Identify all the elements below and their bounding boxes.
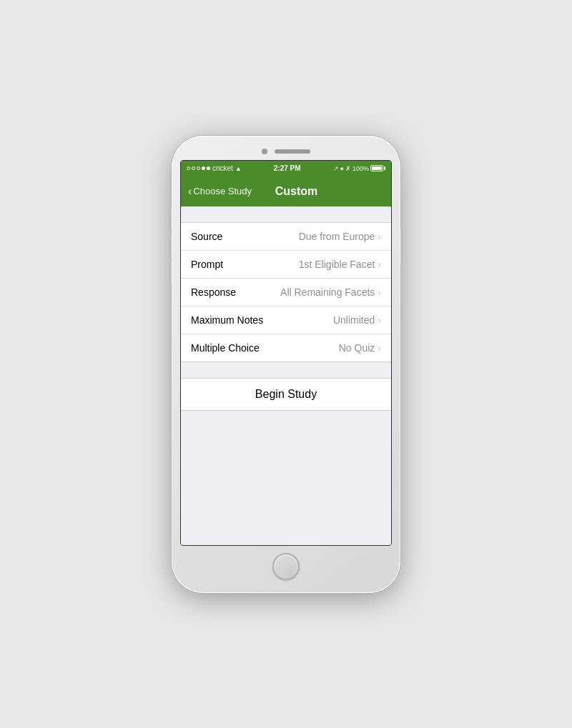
response-value-container: All Remaining Facets › xyxy=(280,286,381,298)
alarm-icon: ● xyxy=(340,165,344,172)
source-value-container: Due from Europe › xyxy=(299,231,381,242)
settings-row-max-notes[interactable]: Maximum Notes Unlimited › xyxy=(181,306,391,334)
speaker-grill xyxy=(275,149,310,154)
prompt-value-container: 1st Eligible Facet › xyxy=(299,259,381,270)
prompt-chevron-icon: › xyxy=(378,259,381,270)
mid-spacer xyxy=(181,362,391,378)
source-value: Due from Europe xyxy=(299,231,375,242)
source-chevron-icon: › xyxy=(378,231,381,242)
begin-study-button[interactable]: Begin Study xyxy=(181,379,391,410)
location-icon: ↗ xyxy=(333,165,339,172)
settings-row-source[interactable]: Source Due from Europe › xyxy=(181,223,391,251)
battery-percent-label: 100% xyxy=(352,165,369,172)
max-notes-chevron-icon: › xyxy=(378,314,381,326)
front-camera xyxy=(262,149,267,154)
top-spacer xyxy=(181,206,391,222)
signal-dot-2 xyxy=(192,166,195,170)
signal-dot-3 xyxy=(197,166,200,170)
carrier-label: cricket xyxy=(212,164,233,172)
settings-row-prompt[interactable]: Prompt 1st Eligible Facet › xyxy=(181,251,391,279)
multiple-choice-value-container: No Quiz › xyxy=(339,342,381,354)
back-chevron-icon: ‹ xyxy=(188,185,192,198)
max-notes-value: Unlimited xyxy=(333,314,375,326)
nav-back-button[interactable]: ‹ Choose Study xyxy=(188,185,252,198)
phone-frame: cricket ▲ 2:27 PM ↗ ● ✗ 100% ‹ xyxy=(172,136,400,593)
multiple-choice-chevron-icon: › xyxy=(378,342,381,354)
response-label: Response xyxy=(191,286,236,298)
battery-container xyxy=(370,165,385,171)
status-time: 2:27 PM xyxy=(274,164,301,172)
signal-dot-4 xyxy=(202,166,205,170)
response-value: All Remaining Facets xyxy=(280,286,375,298)
signal-dot-5 xyxy=(207,166,210,170)
prompt-value: 1st Eligible Facet xyxy=(299,259,375,270)
battery-tip xyxy=(384,166,385,170)
wifi-icon: ▲ xyxy=(235,165,242,172)
back-label: Choose Study xyxy=(193,186,252,196)
max-notes-label: Maximum Notes xyxy=(191,314,263,326)
status-left: cricket ▲ xyxy=(187,164,242,172)
phone-bottom xyxy=(272,546,300,584)
signal-dot-1 xyxy=(187,166,190,170)
phone-screen: cricket ▲ 2:27 PM ↗ ● ✗ 100% ‹ xyxy=(180,160,392,546)
battery-body xyxy=(370,165,383,171)
nav-bar: ‹ Choose Study Custom xyxy=(181,176,391,206)
signal-dots xyxy=(187,166,210,170)
multiple-choice-label: Multiple Choice xyxy=(191,342,260,354)
home-button[interactable] xyxy=(272,553,300,580)
screen-content: Source Due from Europe › Prompt 1st Elig… xyxy=(181,206,391,545)
bluetooth-icon: ✗ xyxy=(345,165,351,172)
response-chevron-icon: › xyxy=(378,286,381,298)
max-notes-value-container: Unlimited › xyxy=(333,314,381,326)
battery-fill xyxy=(372,166,382,170)
begin-study-group: Begin Study xyxy=(181,378,391,411)
settings-row-response[interactable]: Response All Remaining Facets › xyxy=(181,279,391,306)
prompt-label: Prompt xyxy=(191,259,223,270)
status-bar: cricket ▲ 2:27 PM ↗ ● ✗ 100% xyxy=(181,161,391,176)
phone-top-bar xyxy=(180,144,392,160)
status-right: ↗ ● ✗ 100% xyxy=(333,165,385,172)
source-label: Source xyxy=(191,231,222,242)
settings-row-multiple-choice[interactable]: Multiple Choice No Quiz › xyxy=(181,334,391,361)
settings-group: Source Due from Europe › Prompt 1st Elig… xyxy=(181,222,391,362)
nav-title: Custom xyxy=(252,185,341,198)
multiple-choice-value: No Quiz xyxy=(339,342,375,354)
